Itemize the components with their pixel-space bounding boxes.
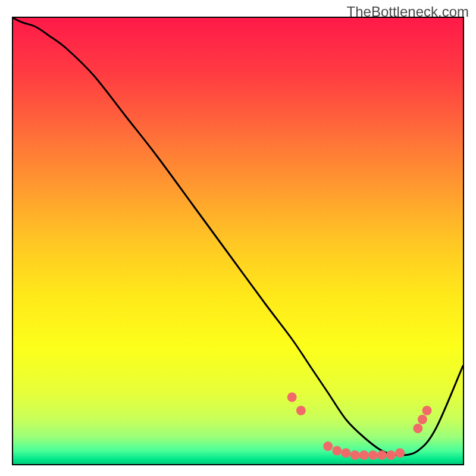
- marker-dot: [332, 446, 342, 456]
- marker-dot: [296, 406, 306, 415]
- marker-dot: [422, 406, 432, 415]
- marker-dot: [323, 441, 333, 451]
- marker-dot: [359, 450, 369, 460]
- chart-container: TheBottleneck.com: [0, 0, 476, 476]
- marker-dot: [341, 448, 350, 458]
- highlight-dots: [287, 393, 432, 460]
- marker-dot: [413, 424, 422, 433]
- marker-dot: [418, 415, 427, 424]
- marker-dot: [395, 448, 405, 458]
- marker-dot: [350, 450, 360, 460]
- marker-dot: [368, 450, 378, 460]
- marker-dot: [287, 393, 297, 402]
- bottleneck-curve: [13, 18, 463, 455]
- curve-layer: [13, 18, 463, 464]
- marker-dot: [386, 450, 396, 460]
- plot-area: [12, 17, 464, 465]
- marker-dot: [377, 450, 387, 460]
- watermark-text: TheBottleneck.com: [347, 4, 469, 20]
